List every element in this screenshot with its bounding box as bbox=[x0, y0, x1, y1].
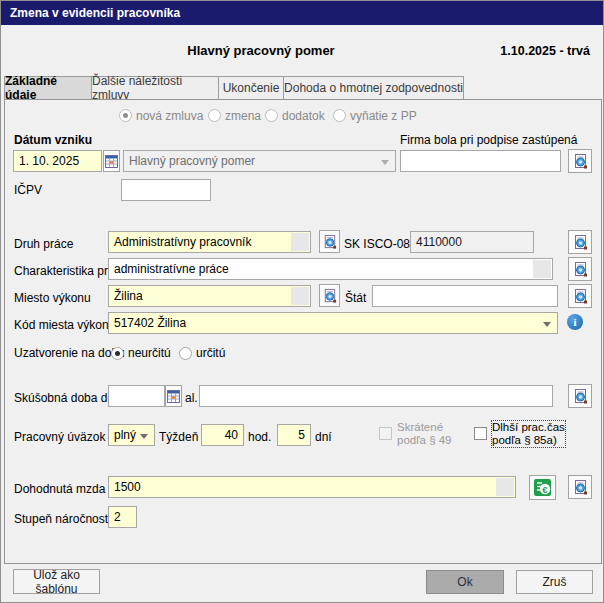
field-endcap bbox=[291, 287, 309, 305]
euro-icon: € bbox=[533, 478, 552, 497]
datum-vzniku-input[interactable]: 1. 10. 2025 bbox=[13, 150, 102, 172]
radio-dodatok bbox=[265, 109, 278, 122]
save-template-button[interactable]: Ulož ako šablónu bbox=[13, 569, 100, 594]
checkbox-label-dlhsi-prac-cas[interactable]: Dlhší prac.čas podľa § 85a) bbox=[492, 421, 565, 447]
icpv-input[interactable] bbox=[121, 179, 211, 201]
field-endcap bbox=[533, 260, 551, 278]
field-label-skusobna-doba: Skúšobná doba do bbox=[14, 391, 114, 405]
field-label-icpv: IČPV bbox=[14, 183, 42, 197]
calendar-icon bbox=[105, 155, 118, 168]
radio-urcitu[interactable] bbox=[179, 347, 192, 360]
mzda-euro-button[interactable]: € bbox=[529, 475, 556, 500]
field-label-stat: Štát bbox=[345, 291, 366, 305]
tab-label: Základné údaje bbox=[5, 74, 91, 102]
svg-text:€: € bbox=[542, 484, 548, 495]
stupen-input[interactable]: 2 bbox=[108, 506, 137, 528]
lookup-icon bbox=[572, 479, 589, 496]
label-line: Skrátené bbox=[397, 421, 443, 433]
stat-input[interactable] bbox=[372, 285, 558, 307]
skusobna-lookup-button[interactable] bbox=[568, 384, 592, 408]
datum-vzniku-calendar-button[interactable] bbox=[103, 150, 120, 172]
radio-label: dodatok bbox=[282, 109, 325, 123]
druh-prace-input[interactable]: Administratívny pracovník bbox=[108, 231, 311, 253]
checkbox-skratene bbox=[379, 427, 392, 440]
cancel-button[interactable]: Zruš bbox=[516, 570, 593, 594]
combobox-value: 517402 Žilina bbox=[114, 316, 186, 330]
skusobna-doba-calendar-button[interactable] bbox=[165, 385, 182, 407]
tab-label: Ukončenie bbox=[223, 81, 280, 95]
uvazok-typ-combobox[interactable]: plný bbox=[108, 424, 155, 446]
uvazok-dni-input[interactable]: 5 bbox=[277, 424, 311, 446]
lookup-icon bbox=[572, 261, 589, 278]
field-label-sk-isco: SK ISCO-08 bbox=[344, 237, 410, 251]
sk-isco-input[interactable]: 4110000 bbox=[410, 231, 534, 253]
field-label-stupen: Stupeň náročnosti bbox=[14, 512, 111, 526]
chevron-down-icon bbox=[381, 160, 389, 165]
checkbox-label-skratene: Skrátené podľa § 49 bbox=[397, 421, 452, 447]
label-line: podľa § 85a) bbox=[492, 434, 557, 446]
field-label-hod: hod. bbox=[248, 430, 271, 444]
lookup-icon bbox=[322, 288, 338, 304]
radio-label: určitú bbox=[196, 346, 225, 360]
ok-button[interactable]: Ok bbox=[426, 570, 504, 594]
field-label-uzatvorenie: Uzatvorenie na dobu bbox=[14, 346, 125, 360]
field-label-dni: dní bbox=[315, 430, 332, 444]
calendar-icon bbox=[167, 390, 180, 403]
combobox-value: Hlavný pracovný pomer bbox=[129, 154, 255, 168]
uvazok-hodiny-input[interactable]: 40 bbox=[201, 424, 244, 446]
lookup-icon bbox=[322, 234, 338, 250]
label-line: Dlhší prac.čas bbox=[492, 421, 565, 433]
mzda-input[interactable]: 1500 bbox=[108, 476, 516, 498]
radio-zmena bbox=[208, 109, 221, 122]
field-label-druh-prace: Druh práce bbox=[14, 237, 73, 251]
window-title: Zmena v evidencii pracovníka bbox=[10, 6, 180, 20]
skusobna-doba-input[interactable] bbox=[108, 385, 165, 407]
input-value: Žilina bbox=[114, 289, 143, 303]
skusobna-al-input[interactable] bbox=[199, 385, 553, 407]
druh-prace-lookup-button[interactable] bbox=[319, 230, 340, 253]
miesto-vykonu-lookup-button[interactable] bbox=[319, 284, 340, 307]
field-label-firma-zastupena: Firma bola pri podpise zastúpená bbox=[400, 133, 577, 147]
charakteristika-lookup-button[interactable] bbox=[568, 257, 592, 281]
radio-label: neurčitú bbox=[128, 346, 171, 360]
input-value: Administratívny pracovník bbox=[114, 235, 251, 249]
typ-pomeru-combobox[interactable]: Hlavný pracovný pomer bbox=[123, 150, 396, 172]
miesto-vykonu-input[interactable]: Žilina bbox=[108, 285, 311, 307]
validity-date: 1.10.2025 - trvá bbox=[500, 44, 590, 58]
kod-miesta-combobox[interactable]: 517402 Žilina bbox=[108, 312, 558, 334]
field-label-kod-miesta: Kód miesta výkonu bbox=[14, 318, 115, 332]
field-label-datum-vzniku: Dátum vzniku bbox=[14, 133, 92, 147]
tab-ukoncenie[interactable]: Ukončenie bbox=[219, 76, 284, 100]
chevron-down-icon bbox=[543, 322, 551, 327]
page-title: Hlavný pracovný pomer bbox=[111, 43, 411, 58]
field-label-miesto-vykonu: Miesto výkonu bbox=[14, 291, 91, 305]
lookup-icon bbox=[572, 388, 589, 405]
field-label-mzda: Dohodnutá mzda bbox=[14, 482, 105, 496]
radio-vynatie-z-pp bbox=[333, 109, 346, 122]
radio-neurcitu[interactable] bbox=[111, 347, 124, 360]
checkbox-dlhsi-prac-cas[interactable] bbox=[474, 427, 487, 440]
tab-zakladne-udaje[interactable]: Základné údaje bbox=[4, 76, 92, 100]
info-icon[interactable]: i bbox=[567, 314, 583, 330]
stat-lookup-button[interactable] bbox=[568, 284, 592, 308]
radio-label: zmena bbox=[225, 109, 261, 123]
field-endcap bbox=[291, 233, 309, 251]
radio-label: nová zmluva bbox=[136, 109, 203, 123]
charakteristika-input[interactable]: administratívne práce bbox=[108, 258, 553, 280]
firma-zastupena-input[interactable] bbox=[400, 150, 561, 172]
lookup-icon bbox=[572, 288, 589, 305]
radio-nova-zmluva bbox=[119, 109, 132, 122]
chevron-down-icon bbox=[140, 434, 148, 439]
tab-label: Ďalšie náležitosti zmluvy bbox=[92, 74, 218, 102]
tab-dohoda-zodpovednost[interactable]: Dohoda o hmotnej zodpovednosti bbox=[284, 76, 464, 100]
lookup-icon bbox=[572, 153, 589, 170]
label-line: podľa § 49 bbox=[397, 434, 452, 446]
input-value: 1500 bbox=[114, 480, 141, 494]
mzda-lookup-button[interactable] bbox=[568, 475, 592, 499]
field-endcap bbox=[496, 478, 514, 496]
firma-lookup-button[interactable] bbox=[568, 149, 592, 173]
tab-label: Dohoda o hmotnej zodpovednosti bbox=[284, 81, 463, 95]
tab-dalsie-nalezitosti[interactable]: Ďalšie náležitosti zmluvy bbox=[92, 76, 219, 100]
title-bar[interactable]: Zmena v evidencii pracovníka bbox=[1, 1, 603, 25]
sk-isco-lookup-button[interactable] bbox=[568, 230, 592, 254]
